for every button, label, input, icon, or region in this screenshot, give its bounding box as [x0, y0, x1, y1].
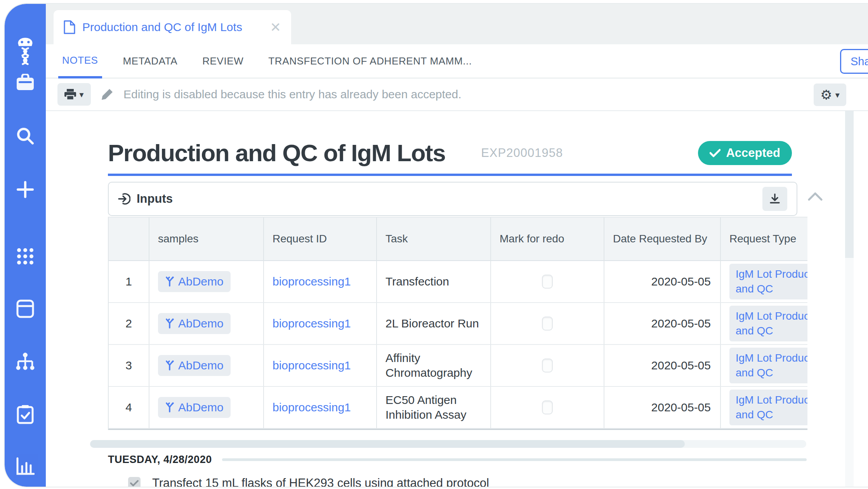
- antibody-icon: [165, 402, 174, 412]
- column-header-request-type[interactable]: Request Type: [721, 218, 807, 261]
- todo-text: Transfect 15 mL flasks of HEK293 cells u…: [152, 476, 489, 487]
- tab-metadata[interactable]: METADATA: [119, 44, 182, 78]
- tab-notes[interactable]: NOTES: [58, 44, 102, 78]
- clipboard-check-icon[interactable]: [15, 404, 35, 425]
- bar-chart-icon[interactable]: [15, 456, 35, 476]
- benchling-mascot-icon[interactable]: [15, 30, 35, 68]
- printer-icon: [64, 89, 76, 100]
- row-index: 3: [109, 345, 149, 387]
- row-index: 2: [109, 303, 149, 345]
- page-title: Production and QC of IgM Lots: [108, 139, 445, 167]
- samples-cell: AbDemo: [149, 345, 264, 387]
- request-type-cell: IgM Lot Production and QC: [721, 261, 807, 303]
- table-row: 2 AbDemo bioprocessing1 2L Bioreactor Ru…: [109, 303, 807, 345]
- sign-in-icon: [118, 193, 130, 205]
- vertical-scrollbar-thumb[interactable]: [845, 111, 854, 258]
- column-header-task[interactable]: Task: [377, 218, 491, 261]
- notebook-icon[interactable]: [15, 299, 35, 319]
- sample-chip-label: AbDemo: [178, 274, 224, 289]
- experiment-id: EXP20001958: [481, 146, 563, 160]
- request-id-cell: bioprocessing1: [264, 303, 377, 345]
- horizontal-scrollbar[interactable]: [90, 440, 806, 448]
- horizontal-scrollbar-thumb[interactable]: [90, 440, 685, 448]
- tab-strip: Production and QC of IgM Lots ✕: [46, 4, 868, 44]
- column-header-request-id[interactable]: Request ID: [264, 218, 377, 261]
- hierarchy-icon[interactable]: [15, 352, 35, 372]
- request-id-link[interactable]: bioprocessing1: [273, 358, 351, 373]
- sample-chip[interactable]: AbDemo: [158, 397, 231, 418]
- task-cell: 2L Bioreactor Run: [377, 303, 491, 345]
- redo-checkbox[interactable]: [542, 275, 553, 289]
- tab-review[interactable]: REVIEW: [198, 44, 247, 78]
- samples-cell: AbDemo: [149, 303, 264, 345]
- column-header-samples[interactable]: samples: [149, 218, 264, 261]
- sample-chip[interactable]: AbDemo: [158, 355, 231, 376]
- grid-apps-icon[interactable]: [15, 246, 35, 266]
- tab-transfection-protocol[interactable]: TRANSFECTION OF ADHERENT MAMM...: [264, 44, 476, 78]
- plus-icon[interactable]: [15, 179, 35, 200]
- sample-chip[interactable]: AbDemo: [158, 271, 231, 292]
- date-requested-cell: 2020-05-05: [604, 261, 721, 303]
- request-id-link[interactable]: bioprocessing1: [273, 400, 351, 415]
- table-row: 1 AbDemo bioprocessing1 Transfection 202…: [109, 261, 807, 303]
- redo-checkbox[interactable]: [542, 317, 553, 331]
- samples-cell: AbDemo: [149, 387, 264, 429]
- request-type-line1: IgM Lot Production: [736, 309, 807, 324]
- pencil-icon: [101, 88, 113, 101]
- request-id-link[interactable]: bioprocessing1: [273, 274, 351, 289]
- inputs-panel-header[interactable]: Inputs: [108, 182, 797, 216]
- editing-disabled-message: Editing is disabled because this entry h…: [123, 88, 462, 101]
- status-badge: Accepted: [698, 141, 792, 165]
- entry-tab[interactable]: Production and QC of IgM Lots ✕: [54, 10, 291, 44]
- checklist-item: Transfect 15 mL flasks of HEK293 cells u…: [128, 476, 489, 487]
- request-type-chip[interactable]: IgM Lot Production and QC: [729, 348, 807, 383]
- request-type-chip[interactable]: IgM Lot Production and QC: [729, 390, 807, 425]
- day-divider: TUESDAY, 4/28/2020: [108, 454, 807, 466]
- sample-chip[interactable]: AbDemo: [158, 313, 231, 334]
- check-icon: [130, 480, 139, 487]
- date-requested-cell: 2020-05-05: [604, 345, 721, 387]
- close-icon[interactable]: ✕: [270, 21, 281, 34]
- sample-chip-label: AbDemo: [178, 358, 224, 373]
- collapse-section-button[interactable]: [807, 192, 823, 203]
- request-id-link[interactable]: bioprocessing1: [273, 316, 351, 331]
- request-type-line2: and QC: [736, 282, 807, 296]
- date-requested-cell: 2020-05-05: [604, 303, 721, 345]
- request-id-cell: bioprocessing1: [264, 387, 377, 429]
- task-cell: Affinity Chromatography: [377, 345, 491, 387]
- request-type-line2: and QC: [736, 407, 807, 422]
- redo-checkbox[interactable]: [542, 358, 553, 372]
- entry-tab-title: Production and QC of IgM Lots: [82, 21, 242, 34]
- settings-button[interactable]: ⚙ ▾: [814, 84, 846, 106]
- column-header-date-requested-by[interactable]: Date Requested By: [604, 218, 721, 261]
- request-type-cell: IgM Lot Production and QC: [721, 303, 807, 345]
- download-button[interactable]: [762, 187, 787, 211]
- briefcase-icon[interactable]: [15, 72, 35, 92]
- entry-toolbar: ▾ Editing is disabled because this entry…: [46, 78, 868, 111]
- antibody-icon: [165, 360, 174, 371]
- column-header-mark-for-redo[interactable]: Mark for redo: [491, 218, 604, 261]
- date-requested-cell: 2020-05-05: [604, 387, 721, 429]
- gear-icon: ⚙: [820, 87, 832, 103]
- row-index: 1: [109, 261, 149, 303]
- mark-for-redo-cell: [491, 387, 604, 429]
- vertical-scrollbar[interactable]: [845, 111, 854, 487]
- share-button[interactable]: Share: [840, 49, 868, 74]
- sidebar: [5, 4, 46, 487]
- antibody-icon: [165, 318, 174, 329]
- request-type-chip[interactable]: IgM Lot Production and QC: [729, 264, 807, 299]
- request-type-line2: and QC: [736, 324, 807, 338]
- table-row: 4 AbDemo bioprocessing1 EC50 Antigen Inh…: [109, 387, 807, 429]
- main-area: Production and QC of IgM Lots ✕ NOTES ME…: [46, 4, 868, 487]
- day-header: TUESDAY, 4/28/2020: [108, 454, 212, 466]
- todo-checkbox-checked[interactable]: [128, 477, 141, 487]
- redo-checkbox[interactable]: [542, 400, 553, 414]
- request-type-chip[interactable]: IgM Lot Production and QC: [729, 306, 807, 341]
- column-header-index: [109, 218, 149, 261]
- inputs-table-wrap: samples Request ID Task Mark for redo Da…: [108, 217, 807, 430]
- table-header-row: samples Request ID Task Mark for redo Da…: [109, 218, 807, 261]
- search-icon[interactable]: [15, 126, 35, 146]
- chevron-up-icon: [807, 192, 823, 201]
- request-type-cell: IgM Lot Production and QC: [721, 345, 807, 387]
- print-button[interactable]: ▾: [57, 83, 91, 106]
